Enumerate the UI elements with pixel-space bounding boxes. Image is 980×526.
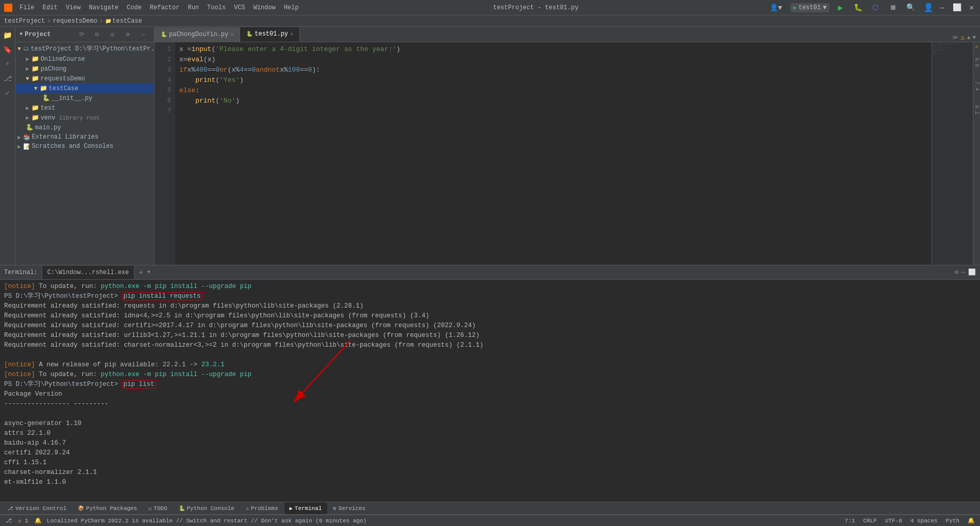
editor-area: 🐍 paChongDouYin.py ✕ 🐍 test01.py ✕ ≫ ⚠ ▲… xyxy=(155,27,980,265)
terminal-icon: ▶ xyxy=(290,505,293,512)
terminal-notice2: [notice] To update, run: python.exe -m p… xyxy=(4,370,976,380)
menu-help[interactable]: Help xyxy=(281,3,302,12)
avatar[interactable]: 👤 xyxy=(923,3,934,13)
notification-icon: 🔔 xyxy=(35,518,42,524)
terminal-req5: Requirement already satisfied: charset-n… xyxy=(4,341,976,350)
version-control-icon: ⎇ xyxy=(7,505,13,512)
tree-testcase[interactable]: ▼ 📁 testCase xyxy=(15,83,154,93)
tree-label: testCase xyxy=(49,85,79,92)
menu-refactor[interactable]: Refactor xyxy=(147,3,183,12)
expand-icon[interactable]: ▲ xyxy=(967,35,971,41)
terminal-minimize-icon[interactable]: — xyxy=(961,269,965,276)
add-terminal-button[interactable]: + xyxy=(139,268,143,277)
tree-external-libs[interactable]: ▶ 📚 External Libraries xyxy=(15,132,154,142)
status-position[interactable]: 7:1 xyxy=(844,518,856,524)
right-label-2: 7.4 xyxy=(973,79,980,93)
tab-close-icon[interactable]: ✕ xyxy=(290,31,293,37)
code-editor[interactable]: x = input('Please enter a 4-digit intege… xyxy=(175,42,932,265)
breadcrumb-item-3[interactable]: 📁 testCase xyxy=(105,18,142,25)
settings-icon[interactable]: ⚙ xyxy=(121,28,134,41)
minimize-button[interactable]: — xyxy=(938,4,946,12)
menu-navigate[interactable]: Navigate xyxy=(86,3,122,12)
commit-icon[interactable]: ✓ xyxy=(2,87,14,99)
menu-tools[interactable]: Tools xyxy=(204,3,229,12)
tab-todo[interactable]: ☑ TODO xyxy=(143,502,172,514)
menu-file[interactable]: File xyxy=(16,3,38,12)
tab-test01[interactable]: 🐍 test01.py ✕ xyxy=(240,27,300,42)
terminal-settings-icon[interactable]: ⚙ xyxy=(955,268,958,276)
left-icons-panel: 📁 🔖 ≡ ⎇ ✓ xyxy=(0,27,15,265)
terminal-dropdown[interactable]: ▼ xyxy=(147,269,150,275)
tab-close-icon[interactable]: ✕ xyxy=(230,31,233,38)
tab-python-packages[interactable]: 📦 Python Packages xyxy=(73,502,142,514)
tree-label: OnlineCourse xyxy=(41,56,85,63)
tab-problems[interactable]: ⚠ Problems xyxy=(241,502,283,514)
right-label-1: 0.0 xyxy=(973,56,980,69)
status-warning[interactable]: ⚠ 1 xyxy=(17,517,29,524)
tree-requestsdemo[interactable]: ▼ 📁 requestsDemo xyxy=(15,74,154,83)
tab-label: paChongDouYin.py xyxy=(169,31,228,38)
run-button[interactable]: ▶ xyxy=(834,1,847,14)
warning-icon[interactable]: ⚠ xyxy=(960,33,965,42)
run-config-selector[interactable]: ▶ test01 ▼ xyxy=(790,3,830,12)
coverage-button[interactable]: ⬡ xyxy=(869,1,882,14)
status-encoding[interactable]: UTF-8 xyxy=(884,518,903,524)
vcs-icon[interactable]: ⎇ xyxy=(2,72,14,84)
code-line-2: x=eval(x) xyxy=(179,55,927,65)
status-line-ending[interactable]: CRLF xyxy=(862,518,877,524)
status-notifications[interactable]: 🔔 xyxy=(967,517,976,524)
tab-pachongdouyin[interactable]: 🐍 paChongDouYin.py ✕ xyxy=(155,27,240,42)
account-icon[interactable]: 👤▼ xyxy=(770,4,782,12)
expand-icon: ▶ xyxy=(26,56,29,62)
terminal-pkg6: charset-normalizer 2.1.1 xyxy=(4,468,976,478)
collapse-icon[interactable]: ▼ xyxy=(972,35,976,41)
menu-vcs[interactable]: VCS xyxy=(231,3,248,12)
tab-services[interactable]: ⚙ Services xyxy=(328,502,371,514)
status-language[interactable]: Pyth xyxy=(945,518,960,524)
structure-icon[interactable]: ≡ xyxy=(2,58,14,70)
tree-scratches[interactable]: ▶ 📝 Scratches and Consoles xyxy=(15,142,154,151)
search-button[interactable]: 🔍 xyxy=(904,1,917,14)
menu-code[interactable]: Code xyxy=(124,3,145,12)
bookmark-icon[interactable]: 🔖 xyxy=(2,43,14,56)
locate-icon[interactable]: ◎ xyxy=(106,28,119,41)
status-vcs[interactable]: ⎇ xyxy=(4,517,13,524)
sync-icon[interactable]: ⟳ xyxy=(75,28,88,41)
tree-onlinecourse[interactable]: ▶ 📁 OnlineCourse xyxy=(15,54,154,64)
terminal-line-cmd1: PS D:\学习\Python\testProject> pip install… xyxy=(4,292,976,301)
terminal-pkg5: cffi 1.15.1 xyxy=(4,458,976,468)
tree-pachong[interactable]: ▶ 📁 paChong xyxy=(15,64,154,74)
menu-edit[interactable]: Edit xyxy=(40,3,61,12)
tree-init-py[interactable]: 🐍 __init__.py xyxy=(15,93,154,103)
collapse-all-icon[interactable]: ⊟ xyxy=(90,28,104,41)
tab-version-control[interactable]: ⎇ Version Control xyxy=(2,502,72,514)
menu-view[interactable]: View xyxy=(63,3,84,12)
menu-window[interactable]: Window xyxy=(250,3,279,12)
status-notification[interactable]: 🔔 xyxy=(33,517,43,524)
profile-button[interactable]: ⏹ xyxy=(886,1,900,14)
breadcrumb-item-2[interactable]: requestsDemo xyxy=(53,18,97,25)
breadcrumb-item-1[interactable]: testProject xyxy=(4,18,45,25)
menu-run[interactable]: Run xyxy=(184,3,202,12)
status-indent[interactable]: 4 spaces xyxy=(909,518,939,524)
project-icon[interactable]: 📁 xyxy=(2,29,14,41)
close-button[interactable]: ✕ xyxy=(968,3,976,12)
tab-terminal[interactable]: ▶ Terminal xyxy=(284,502,327,514)
debug-button[interactable]: 🐛 xyxy=(851,1,865,14)
minimize-panel-icon[interactable]: — xyxy=(137,28,150,41)
breadcrumb-sep-2: › xyxy=(99,18,103,25)
title-bar-left: File Edit View Navigate Code Refactor Ru… xyxy=(4,3,302,12)
terminal-expand-icon[interactable]: ⬜ xyxy=(968,268,976,276)
tree-test[interactable]: ▶ 📁 test xyxy=(15,103,154,113)
tab-overflow-icon[interactable]: ≫ xyxy=(952,34,958,41)
tab-python-console[interactable]: 🐍 Python Console xyxy=(174,502,240,514)
run-config-dropdown[interactable]: ▼ xyxy=(823,4,826,11)
warning-annotation[interactable]: ⚠ xyxy=(973,42,980,50)
terminal-tab[interactable]: C:\Window...rshell.exe xyxy=(42,266,134,279)
tree-main-py[interactable]: 🐍 main.py xyxy=(15,123,154,132)
expand-icon: ▶ xyxy=(26,105,29,111)
maximize-button[interactable]: ⬜ xyxy=(951,3,964,12)
tree-testproject[interactable]: ▼ 🗂 testProject D:\学习\Python\testPr... xyxy=(15,43,154,54)
terminal-content[interactable]: [notice] To update, run: python.exe -m p… xyxy=(0,280,980,502)
tree-venv[interactable]: ▶ 📁 venv library root xyxy=(15,113,154,123)
